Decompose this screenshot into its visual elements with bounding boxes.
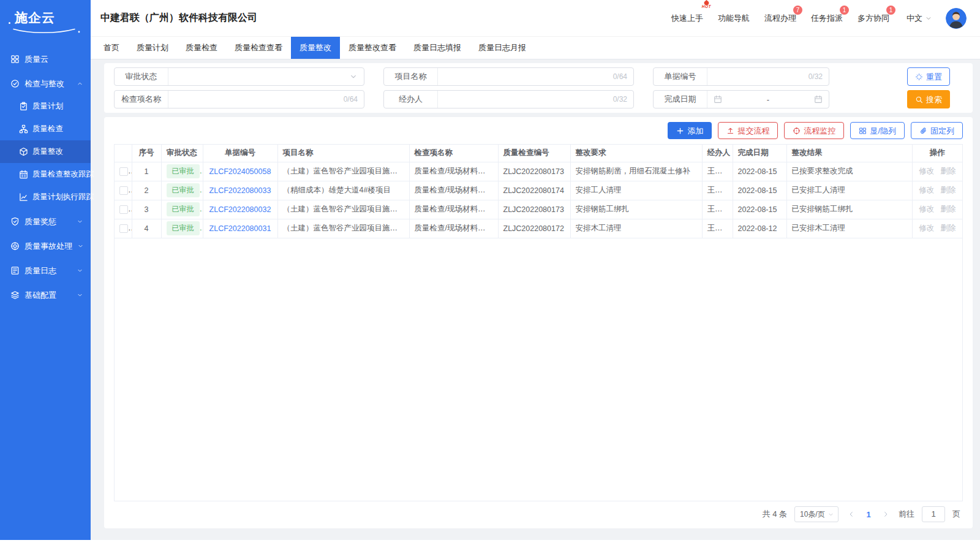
- sidebar-item-label: 质量事故处理: [24, 241, 72, 252]
- row-checkbox[interactable]: [119, 224, 128, 233]
- edit-action[interactable]: 修改: [919, 186, 934, 194]
- tab-quality-log-month[interactable]: 质量日志月报: [470, 37, 535, 59]
- sidebar-item-quality-check[interactable]: 质量检查: [0, 118, 91, 140]
- filter-finish-date-input[interactable]: -: [707, 91, 829, 108]
- notification-badge: 1: [840, 6, 849, 15]
- sidebar-item-quality-log[interactable]: 质量日志: [0, 259, 91, 282]
- edit-action[interactable]: 修改: [919, 224, 934, 232]
- tab-quality-rectify[interactable]: 质量整改: [291, 37, 340, 59]
- chevron-down-icon: [827, 511, 834, 518]
- column-header: 整改要求: [570, 145, 702, 162]
- table-container: 序号审批状态单据编号项目名称检查项名称质量检查编号整改要求经办人完成日期整改结果…: [114, 144, 963, 501]
- logo-swoosh-icon: [10, 27, 83, 34]
- cell-check-no: ZLJC2022080173: [498, 200, 570, 219]
- brand-logo-text: 施企云: [15, 9, 91, 26]
- cell-seq: 3: [132, 200, 161, 219]
- nav-task-assign[interactable]: 任务指派1: [811, 10, 843, 26]
- sidebar-item-label: 质量云: [24, 54, 48, 65]
- table-header-row: 序号审批状态单据编号项目名称检查项名称质量检查编号整改要求经办人完成日期整改结果…: [115, 145, 962, 162]
- nav-flow-handle[interactable]: 流程办理7: [764, 10, 796, 26]
- tab-quality-log-fill[interactable]: 质量日志填报: [405, 37, 470, 59]
- filter-approval-status: 审批状态: [114, 67, 364, 86]
- cell-finish-date: 2022-08-15: [733, 200, 786, 219]
- next-page-button[interactable]: [880, 509, 891, 520]
- sidebar-item-basic-config[interactable]: 基础配置: [0, 284, 91, 306]
- button-label: 提交流程: [737, 127, 769, 135]
- filter-operator: 经办人0/32: [383, 90, 634, 108]
- columns-icon: [859, 127, 867, 135]
- chevron-down-icon: [77, 267, 83, 274]
- filter-check-item-name: 检查项名称0/64: [114, 90, 364, 108]
- tab-quality-check[interactable]: 质量检查: [177, 37, 226, 59]
- nav-quick-start[interactable]: 快速上手HOT: [671, 10, 703, 26]
- row-checkbox[interactable]: [119, 186, 128, 195]
- doc-no-link[interactable]: ZLCF2022080031: [209, 224, 271, 233]
- doc-no-link[interactable]: ZLCF2024050058: [209, 167, 271, 176]
- edit-action[interactable]: 修改: [919, 205, 934, 213]
- chevron-down-icon: [925, 15, 932, 22]
- show-hide-columns-button[interactable]: 显/隐列: [850, 122, 905, 139]
- cell-requirement: 安排钢筋工绑扎: [570, 200, 702, 219]
- tab-home[interactable]: 首页: [95, 37, 128, 59]
- calendar-icon: [814, 95, 823, 104]
- nav-feature-nav[interactable]: 功能导航: [718, 10, 750, 26]
- prev-page-button[interactable]: [846, 509, 857, 520]
- edit-action[interactable]: 修改: [919, 167, 934, 175]
- page-suffix: 页: [952, 509, 960, 520]
- sidebar-item-quality-plan[interactable]: 质量计划: [0, 95, 91, 118]
- delete-action[interactable]: 删除: [940, 205, 956, 213]
- pin-icon: [919, 127, 927, 135]
- row-checkbox[interactable]: [119, 167, 128, 176]
- upload-icon: [726, 127, 734, 135]
- tab-quality-rectify-view[interactable]: 质量整改查看: [340, 37, 405, 59]
- sidebar-item-label: 质量日志: [24, 265, 56, 276]
- delete-action[interactable]: 删除: [940, 167, 956, 175]
- goto-page-input[interactable]: 1: [922, 506, 945, 522]
- flow-monitor-button[interactable]: 流程监控: [784, 122, 844, 139]
- reset-button[interactable]: 重置: [907, 67, 950, 86]
- sidebar-item-label: 质量奖惩: [24, 216, 56, 227]
- sidebar-item-quality-accident[interactable]: 质量事故处理: [0, 235, 91, 257]
- char-counter: 0/64: [344, 95, 358, 104]
- fixed-columns-button[interactable]: 固定列: [911, 122, 963, 139]
- sidebar-item-quality-reward[interactable]: 质量奖惩: [0, 210, 91, 233]
- grid-icon: [10, 55, 20, 64]
- sidebar-item-quality-rectify[interactable]: 质量整改: [0, 140, 91, 163]
- delete-action[interactable]: 删除: [940, 186, 956, 194]
- avatar[interactable]: [946, 8, 967, 29]
- button-label: 流程监控: [804, 127, 835, 135]
- add-button[interactable]: 添加: [668, 122, 712, 139]
- filter-approval-status-input[interactable]: [168, 68, 364, 85]
- doc-no-link[interactable]: ZLCF2022080032: [209, 205, 271, 214]
- filter-project-name-input[interactable]: 0/64: [438, 68, 633, 85]
- search-button[interactable]: 搜索: [907, 90, 950, 108]
- column-header: [115, 145, 132, 162]
- language-switcher[interactable]: 中文: [907, 13, 932, 24]
- cell-check-item: 质量检查/现场材料、设备...: [409, 200, 498, 219]
- delete-action[interactable]: 删除: [940, 224, 956, 232]
- cell-finish-date: 2022-08-15: [733, 162, 786, 181]
- current-page[interactable]: 1: [864, 510, 873, 519]
- tab-quality-plan[interactable]: 质量计划: [128, 37, 177, 59]
- sidebar-item-quality-check-rectify-track[interactable]: 质量检查整改跟踪: [0, 163, 91, 186]
- filter-check-item-name-input[interactable]: 0/64: [168, 91, 364, 108]
- plus-icon: [676, 127, 684, 135]
- data-table: 序号审批状态单据编号项目名称检查项名称质量检查编号整改要求经办人完成日期整改结果…: [115, 145, 962, 238]
- row-checkbox[interactable]: [119, 205, 128, 214]
- nav-multi-collab[interactable]: 多方协同1: [858, 10, 889, 26]
- doc-no-link[interactable]: ZLCF2022080033: [209, 186, 271, 195]
- filter-label: 检查项名称: [115, 91, 168, 108]
- page-size-select[interactable]: 10条/页: [794, 506, 839, 522]
- sidebar-item-label: 检查与整改: [24, 78, 64, 89]
- submit-flow-button[interactable]: 提交流程: [718, 122, 778, 139]
- filter-label: 经办人: [384, 91, 438, 108]
- filter-operator-input[interactable]: 0/32: [438, 91, 633, 108]
- sidebar-item-quality-plan-exec-track[interactable]: 质量计划执行跟踪: [0, 186, 91, 208]
- sidebar-item-inspect-rectify[interactable]: 检查与整改: [0, 72, 91, 95]
- status-badge: 已审批: [167, 183, 200, 197]
- button-label: 显/隐列: [870, 127, 896, 135]
- tab-quality-check-view[interactable]: 质量检查查看: [226, 37, 291, 59]
- tabbar: 首页质量计划质量检查质量检查查看质量整改质量整改查看质量日志填报质量日志月报: [91, 37, 980, 59]
- filter-doc-no-input[interactable]: 0/32: [707, 68, 829, 85]
- sidebar-item-quality-cloud[interactable]: 质量云: [0, 48, 91, 70]
